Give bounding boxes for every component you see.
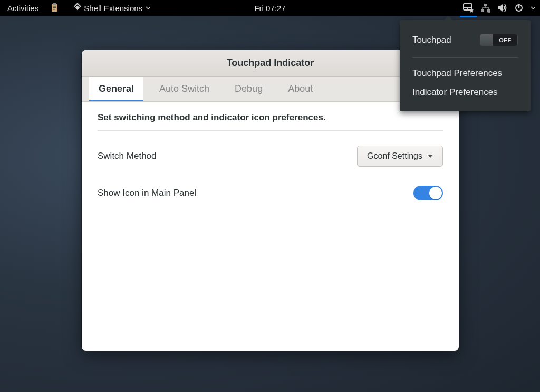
- tab-auto-switch[interactable]: Auto Switch: [150, 77, 219, 101]
- dropdown-value: Gconf Settings: [367, 151, 422, 161]
- menu-touchpad-label: Touchpad: [412, 35, 451, 45]
- window-title: Touchpad Indicator: [227, 58, 314, 69]
- switch-method-dropdown[interactable]: Gconf Settings: [357, 146, 443, 167]
- tab-about[interactable]: About: [278, 77, 322, 101]
- tab-label: About: [288, 83, 313, 94]
- tab-label: Auto Switch: [159, 83, 209, 94]
- setting-label: Show Icon in Main Panel: [98, 188, 196, 198]
- clock-label: Fri 07:27: [254, 4, 285, 13]
- section-description: Set switching method and indicator icon …: [98, 112, 443, 131]
- shell-extensions-icon: [71, 3, 81, 13]
- toggle-state-label: OFF: [493, 37, 517, 43]
- touchpad-indicator-menu: Touchpad OFF Touchpad Preferences Indica…: [400, 20, 531, 111]
- show-icon-switch[interactable]: [413, 186, 443, 200]
- menu-item-label: Touchpad Preferences: [412, 68, 502, 79]
- panel-left: Activities Shell Extensions: [4, 3, 154, 13]
- svg-rect-2: [53, 6, 56, 7]
- touchpad-toggle[interactable]: OFF: [480, 34, 518, 46]
- tab-label: Debug: [235, 83, 263, 94]
- tab-debug[interactable]: Debug: [225, 77, 272, 101]
- chevron-down-icon: [146, 6, 151, 9]
- system-menu-chevron-icon[interactable]: [531, 6, 536, 9]
- svg-rect-10: [484, 4, 487, 6]
- svg-rect-4: [53, 9, 55, 10]
- menu-touchpad-preferences[interactable]: Touchpad Preferences: [400, 64, 531, 83]
- window-content: Set switching method and indicator icon …: [82, 102, 459, 225]
- menu-touchpad-toggle-row[interactable]: Touchpad OFF: [400, 30, 531, 51]
- touchpad-indicator-icon[interactable]: [463, 3, 474, 13]
- menu-separator: [412, 57, 518, 58]
- tab-label: General: [99, 83, 134, 94]
- app-menu[interactable]: Shell Extensions: [68, 3, 154, 13]
- clipboard-icon[interactable]: [50, 3, 60, 13]
- svg-rect-11: [481, 9, 484, 12]
- network-icon[interactable]: [481, 3, 490, 13]
- menu-item-label: Indicator Preferences: [412, 87, 498, 98]
- power-icon[interactable]: [515, 4, 523, 12]
- svg-rect-3: [53, 7, 56, 8]
- volume-icon[interactable]: [498, 4, 507, 12]
- tab-general[interactable]: General: [89, 77, 143, 101]
- menu-indicator-preferences[interactable]: Indicator Preferences: [400, 83, 531, 102]
- app-menu-label: Shell Extensions: [84, 4, 142, 13]
- activities-label: Activities: [7, 4, 38, 13]
- setting-label: Switch Method: [98, 151, 157, 161]
- clock[interactable]: Fri 07:27: [251, 4, 288, 13]
- panel-right: [463, 3, 536, 13]
- svg-rect-1: [53, 3, 56, 5]
- toggle-handle: [480, 34, 493, 46]
- top-panel: Activities Shell Extensions: [0, 0, 540, 16]
- setting-switch-method: Switch Method Gconf Settings: [98, 140, 443, 180]
- activities-button[interactable]: Activities: [4, 4, 42, 13]
- setting-show-icon: Show Icon in Main Panel: [98, 180, 443, 214]
